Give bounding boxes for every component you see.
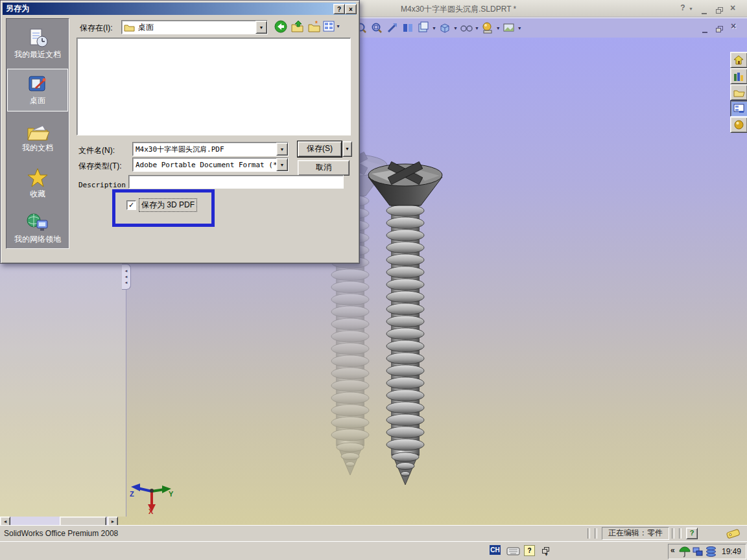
save-options-dropdown-button[interactable]: ▼ bbox=[342, 141, 352, 157]
dialog-titlebar[interactable]: 另存为 bbox=[3, 3, 356, 15]
collapse-arrow-icon: ◄ bbox=[124, 280, 128, 286]
tray-expand-chevron[interactable]: « bbox=[670, 546, 675, 555]
design-library-icon bbox=[733, 71, 744, 82]
restore-button[interactable] bbox=[716, 5, 723, 16]
place-my-documents[interactable]: 我的文档 bbox=[8, 115, 67, 160]
appearance-dropdown-icon[interactable]: ▼ bbox=[496, 26, 501, 30]
save-type-value: Adobe Portable Document Format (*.pdf) bbox=[133, 161, 276, 169]
file-name-combobox[interactable]: M4x30十字半圆头沉肩.PDF ▼ bbox=[132, 142, 289, 156]
recent-documents-icon bbox=[27, 28, 49, 49]
section-view-icon[interactable] bbox=[416, 21, 431, 35]
view-menu-button[interactable]: ▼ bbox=[323, 21, 340, 32]
tray-clock: 19:49 bbox=[722, 547, 741, 556]
close-button[interactable]: × bbox=[730, 3, 735, 13]
system-tray: « 19:49 bbox=[668, 544, 746, 559]
status-help-button[interactable]: ? bbox=[686, 528, 698, 539]
taskpane-design-library-button[interactable] bbox=[730, 68, 747, 84]
place-label: 我的最近文档 bbox=[14, 50, 61, 59]
minimize-button[interactable] bbox=[702, 5, 707, 17]
rotate-view-icon[interactable] bbox=[401, 21, 415, 35]
status-bar: SolidWorks Office Premium 2008 正在编辑：零件 ? bbox=[0, 525, 747, 542]
save-type-dropdown-button[interactable]: ▼ bbox=[276, 158, 288, 171]
cancel-button[interactable]: 取消 bbox=[298, 160, 350, 176]
dialog-help-button[interactable]: ? bbox=[333, 4, 345, 14]
view-palette-icon bbox=[733, 104, 744, 113]
child-minimize-icon bbox=[702, 27, 707, 33]
taskpane-appearances-button[interactable] bbox=[730, 117, 747, 133]
places-bar: 我的最近文档 桌面 我的文档 收藏 我的网络领地 bbox=[6, 18, 69, 249]
zoom-in-out-icon[interactable] bbox=[385, 21, 399, 35]
child-restore-button[interactable] bbox=[716, 23, 723, 35]
tray-connection-icon[interactable] bbox=[706, 546, 717, 557]
save-type-label: 保存类型(T): bbox=[78, 161, 122, 172]
section-view-dropdown-icon[interactable]: ▼ bbox=[432, 26, 436, 30]
help-button[interactable]: ? bbox=[678, 3, 687, 12]
save-button[interactable]: 保存(S) bbox=[298, 141, 342, 157]
status-separator bbox=[587, 528, 590, 539]
coordinate-triad: Z Y X bbox=[128, 478, 174, 515]
svg-text:*: * bbox=[315, 20, 318, 27]
taskpane-file-explorer-button[interactable] bbox=[730, 84, 747, 100]
place-recent-documents[interactable]: 我的最近文档 bbox=[8, 20, 67, 67]
file-list[interactable] bbox=[77, 38, 351, 135]
network-places-icon bbox=[26, 213, 49, 233]
my-documents-icon bbox=[26, 122, 49, 142]
feature-manager-panel bbox=[0, 262, 126, 517]
restore-icon bbox=[716, 7, 723, 14]
tag-icon[interactable] bbox=[725, 528, 742, 539]
dialog-close-button[interactable]: × bbox=[345, 4, 357, 14]
view-menu-icon bbox=[323, 21, 335, 32]
display-style-dropdown-icon[interactable]: ▼ bbox=[475, 26, 479, 30]
description-input[interactable] bbox=[128, 175, 344, 189]
tray-help-icon[interactable]: ? bbox=[524, 545, 535, 556]
save-in-combobox[interactable]: 桌面 ▼ bbox=[121, 20, 268, 34]
tray-window-dropdown-icon[interactable]: ▼ bbox=[544, 552, 549, 557]
child-close-button[interactable]: × bbox=[731, 21, 736, 31]
child-minimize-button[interactable] bbox=[702, 24, 707, 36]
place-favorites[interactable]: 收藏 bbox=[8, 160, 67, 205]
place-network[interactable]: 我的网络领地 bbox=[8, 205, 67, 251]
tray-network-icon[interactable] bbox=[693, 546, 704, 557]
place-label: 收藏 bbox=[30, 189, 45, 198]
place-desktop[interactable]: 桌面 bbox=[8, 69, 67, 111]
status-product-name: SolidWorks Office Premium 2008 bbox=[4, 529, 118, 538]
favorites-icon bbox=[27, 167, 49, 188]
scene-dropdown-icon[interactable]: ▼ bbox=[517, 26, 522, 30]
folder-icon bbox=[124, 23, 136, 32]
panel-collapse-handle[interactable]: ◄ ◄ ◄ bbox=[122, 264, 131, 290]
taskbar: 开始 我的文档 SW SolidWorks Office P... 001.JP… bbox=[0, 541, 747, 560]
view-orientation-dropdown-icon[interactable]: ▼ bbox=[453, 26, 458, 30]
back-button[interactable] bbox=[274, 20, 287, 33]
tray-antivirus-umbrella-icon[interactable] bbox=[679, 546, 691, 557]
tray-keyboard-icon[interactable] bbox=[506, 546, 520, 555]
description-label: Description bbox=[78, 181, 126, 189]
taskpane-view-palette-button[interactable] bbox=[730, 100, 747, 117]
file-name-dropdown-button[interactable]: ▼ bbox=[276, 143, 288, 156]
save-type-combobox[interactable]: Adobe Portable Document Format (*.pdf) ▼ bbox=[132, 158, 289, 172]
document-title: M4x30十字半圆头沉肩.SLDPRT * bbox=[401, 4, 516, 15]
minimize-icon bbox=[702, 8, 707, 14]
horizontal-scrollbar[interactable]: ◄ ► bbox=[0, 517, 117, 525]
new-folder-button[interactable]: * bbox=[307, 20, 321, 33]
appearance-icon[interactable] bbox=[480, 21, 495, 35]
taskpane-resources-button[interactable] bbox=[730, 52, 747, 68]
solidworks-app-window: M4x30十字半圆头沉肩.SLDPRT * ? ▼ × ▼ ▼ ▼ bbox=[0, 0, 747, 560]
help-dropdown-icon[interactable]: ▼ bbox=[689, 6, 693, 11]
status-separator bbox=[672, 528, 674, 539]
view-orientation-icon[interactable] bbox=[438, 21, 452, 35]
scene-icon[interactable] bbox=[502, 21, 516, 35]
file-name-value: M4x30十字半圆头沉肩.PDF bbox=[133, 145, 276, 154]
display-style-icon[interactable] bbox=[459, 21, 473, 35]
home-icon bbox=[733, 55, 744, 65]
collapse-arrow-icon: ◄ bbox=[124, 268, 128, 274]
save-in-dropdown-button[interactable]: ▼ bbox=[255, 21, 267, 34]
zoom-to-area-icon[interactable] bbox=[370, 21, 384, 35]
file-name-label: 文件名(N): bbox=[78, 145, 115, 156]
annotation-highlight-rectangle bbox=[112, 189, 215, 227]
tray-language-indicator[interactable]: CH bbox=[490, 545, 501, 555]
axis-x-label: X bbox=[148, 508, 154, 515]
save-in-label: 保存在(I): bbox=[80, 23, 113, 34]
save-as-dialog: 另存为 ? × 保存在(I): 桌面 ▼ * ▼ 我的最近文档 桌面 bbox=[0, 0, 360, 264]
gold-sphere-icon bbox=[734, 120, 744, 130]
up-one-level-button[interactable] bbox=[290, 20, 304, 33]
